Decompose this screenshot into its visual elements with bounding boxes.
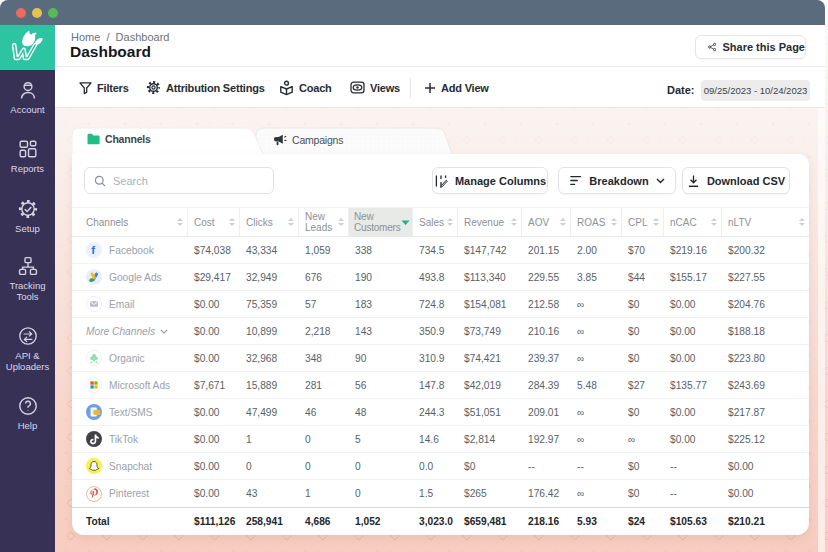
svg-text:f: f <box>91 244 95 256</box>
